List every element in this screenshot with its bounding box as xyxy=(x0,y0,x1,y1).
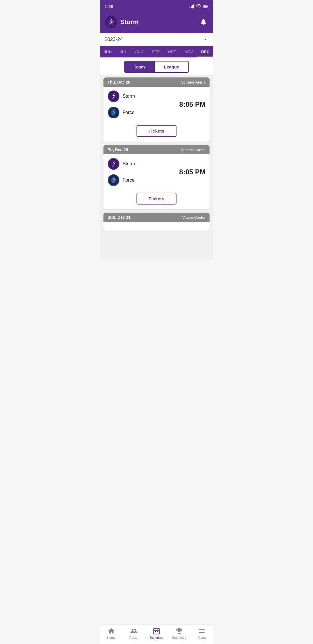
game-card-header-1: Thu, Dec 28 Scheels Arena xyxy=(103,77,210,87)
tab-sep[interactable]: SEP xyxy=(148,46,164,57)
chevron-down-icon xyxy=(203,37,208,42)
tab-jun[interactable]: JUN xyxy=(100,46,116,57)
signal-icon xyxy=(189,4,194,9)
game-venue-2: Scheels Arena xyxy=(181,148,205,152)
bell-icon xyxy=(200,18,207,26)
game-card-body-2: Storm Force 8:05 PM xyxy=(103,154,210,190)
app-title: Storm xyxy=(120,18,139,26)
svg-rect-6 xyxy=(204,6,207,7)
svg-rect-21 xyxy=(154,628,159,634)
nav-home-label: Home xyxy=(107,636,115,639)
game-date-3: Sun, Dec 31 xyxy=(108,215,130,220)
roster-nav-icon xyxy=(130,627,138,635)
away-team-row-2: Force xyxy=(108,174,176,186)
nav-menu-label: Menu xyxy=(198,636,206,639)
season-label: 2023-24 xyxy=(105,37,123,42)
tab-aug[interactable]: AUG xyxy=(131,46,148,57)
storm-logo-2 xyxy=(108,158,120,170)
nav-menu[interactable]: Menu xyxy=(190,627,213,639)
game-card-body-1: Storm Force 8:05 PM xyxy=(103,87,210,122)
schedule-nav-icon xyxy=(153,627,160,635)
header-left: Storm xyxy=(105,16,139,28)
tickets-button-1[interactable]: Tickets xyxy=(137,125,177,137)
nav-schedule-label: Schedule xyxy=(150,636,163,639)
tickets-row-1: Tickets xyxy=(103,122,210,142)
home-team-row-1: Storm xyxy=(108,90,176,102)
menu-nav-icon xyxy=(198,627,205,635)
svg-rect-2 xyxy=(192,5,193,8)
status-icons xyxy=(189,4,208,9)
storm-logo-1 xyxy=(108,90,120,102)
game-venue-1: Scheels Arena xyxy=(181,80,205,84)
league-toggle-button[interactable]: League xyxy=(154,61,189,73)
notifications-button[interactable] xyxy=(199,17,208,28)
home-team-name-2: Storm xyxy=(123,161,135,167)
away-team-row-1: Force xyxy=(108,106,176,119)
force-logo-2 xyxy=(108,174,120,186)
away-team-name-2: Force xyxy=(123,178,134,183)
tab-nov[interactable]: NOV xyxy=(181,46,197,57)
game-date-2: Fri, Dec 29 xyxy=(108,147,128,152)
standings-nav-icon xyxy=(175,627,183,635)
svg-rect-25 xyxy=(155,631,156,632)
game-venue-3: Viaero Center xyxy=(182,215,205,220)
tab-dec[interactable]: DEC xyxy=(197,46,213,57)
schedule-list: Thu, Dec 28 Scheels Arena Storm xyxy=(100,75,213,260)
status-time: 1:29 xyxy=(105,4,113,9)
tab-jul[interactable]: JUL xyxy=(116,46,131,57)
status-bar: 1:29 xyxy=(100,0,213,13)
game-card-2: Fri, Dec 29 Scheels Arena Storm xyxy=(103,145,210,209)
nav-schedule[interactable]: Schedule xyxy=(145,627,168,639)
view-toggle: Team League xyxy=(100,57,213,75)
force-logo-1 xyxy=(108,106,120,119)
battery-icon xyxy=(203,4,208,9)
nav-standings-label: Standings xyxy=(172,636,186,639)
nav-home[interactable]: Home xyxy=(100,627,123,639)
teams-column-2: Storm Force xyxy=(108,158,176,186)
nav-roster[interactable]: Roster xyxy=(123,627,145,639)
bottom-nav: Home Roster Schedule Standings Menu xyxy=(100,625,213,644)
tickets-row-2: Tickets xyxy=(103,190,210,209)
team-toggle-button[interactable]: Team xyxy=(124,61,154,73)
home-nav-icon xyxy=(108,627,115,635)
tickets-button-2[interactable]: Tickets xyxy=(137,193,177,205)
wifi-icon xyxy=(196,4,201,9)
away-team-name-1: Force xyxy=(123,110,134,115)
game-card-header-3: Sun, Dec 31 Viaero Center xyxy=(103,213,210,222)
svg-rect-0 xyxy=(190,7,190,8)
game-time-1: 8:05 PM xyxy=(179,100,205,108)
month-tabs: JUN JUL AUG SEP OCT NOV DEC xyxy=(100,46,213,57)
tab-oct[interactable]: OCT xyxy=(164,46,181,57)
nav-standings[interactable]: Standings xyxy=(168,627,190,639)
svg-point-4 xyxy=(199,8,199,8)
app-header: Storm xyxy=(100,13,213,33)
season-selector[interactable]: 2023-24 xyxy=(100,33,213,46)
game-card-header-2: Fri, Dec 29 Scheels Arena xyxy=(103,145,210,154)
teams-column-1: Storm Force xyxy=(108,90,176,119)
game-time-2: 8:05 PM xyxy=(179,168,205,176)
home-team-name-1: Storm xyxy=(123,94,135,99)
game-card-3: Sun, Dec 31 Viaero Center xyxy=(103,213,210,231)
nav-roster-label: Roster xyxy=(129,636,139,639)
game-card-1: Thu, Dec 28 Scheels Arena Storm xyxy=(103,77,210,142)
svg-rect-1 xyxy=(191,6,192,8)
svg-rect-3 xyxy=(193,4,194,8)
season-dropdown[interactable]: 2023-24 xyxy=(105,37,208,42)
app-logo xyxy=(105,16,117,28)
game-date-1: Thu, Dec 28 xyxy=(108,80,130,84)
home-team-row-2: Storm xyxy=(108,158,176,170)
svg-rect-26 xyxy=(157,631,158,632)
